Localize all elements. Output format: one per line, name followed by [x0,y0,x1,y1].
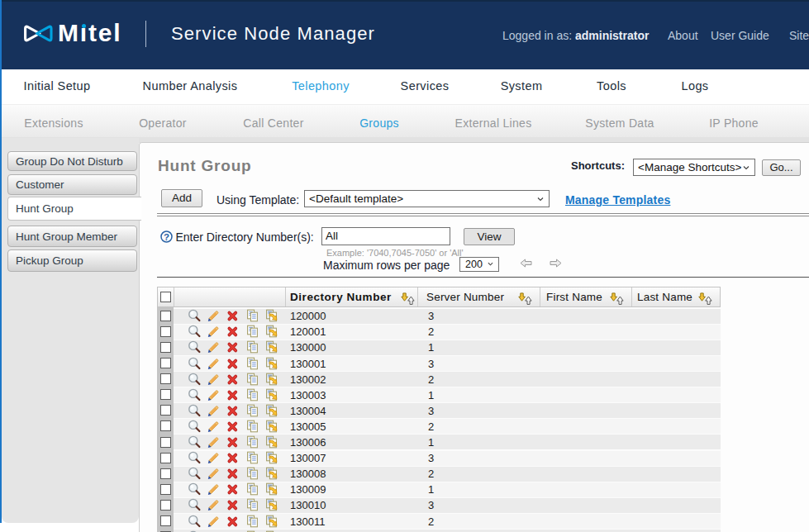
svg-text:?: ? [164,231,169,241]
